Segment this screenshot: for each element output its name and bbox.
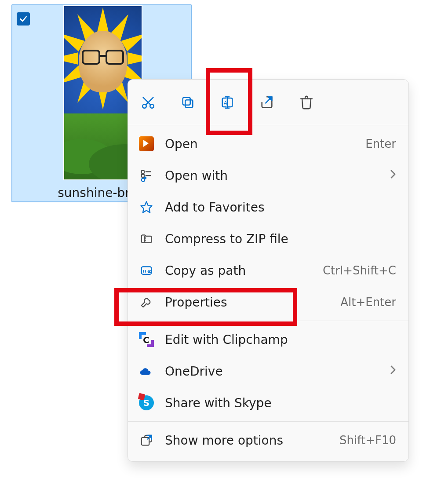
cut-icon[interactable] [138, 93, 158, 112]
menu-item-label: OneDrive [165, 364, 386, 379]
menu-item-label: Open with [165, 168, 386, 183]
menu-item-accelerator: Ctrl+Shift+C [323, 264, 396, 277]
menu-separator [128, 421, 408, 422]
context-menu: A Open Enter [128, 79, 409, 462]
menu-item-label: Add to Favorites [165, 200, 396, 215]
onedrive-app-icon [138, 362, 155, 380]
context-menu-list: Open Enter Open with [128, 125, 408, 459]
svg-marker-17 [141, 202, 152, 213]
wrench-icon [138, 293, 155, 311]
svg-text:A: A [224, 99, 228, 106]
more-options-icon [138, 431, 155, 449]
menu-item-copy-as-path[interactable]: Copy as path Ctrl+Shift+C [128, 255, 408, 286]
menu-item-onedrive[interactable]: OneDrive [128, 355, 408, 387]
menu-item-label: Edit with Clipchamp [165, 332, 396, 347]
menu-item-accelerator: Shift+F10 [339, 434, 396, 447]
media-player-app-icon [138, 135, 155, 153]
context-menu-toolbar: A [128, 80, 408, 125]
menu-item-open-with[interactable]: Open with [128, 160, 408, 191]
menu-item-label: Show more options [165, 433, 339, 448]
menu-separator [128, 321, 408, 321]
menu-item-label: Copy as path [165, 263, 323, 278]
menu-item-share-skype[interactable]: S Share with Skype [128, 387, 408, 419]
menu-item-label: Properties [165, 295, 340, 310]
chevron-right-icon [390, 169, 396, 182]
menu-item-show-more-options[interactable]: Show more options Shift+F10 [128, 424, 408, 456]
menu-item-accelerator: Alt+Enter [340, 296, 396, 309]
menu-item-accelerator: Enter [365, 137, 396, 150]
copy-icon[interactable] [178, 93, 197, 112]
selection-checkmark-icon[interactable] [17, 12, 30, 26]
rename-icon[interactable]: A [218, 93, 237, 112]
menu-item-edit-clipchamp[interactable]: C Edit with Clipchamp [128, 324, 408, 355]
menu-item-open[interactable]: Open Enter [128, 128, 408, 160]
star-icon [138, 198, 155, 216]
menu-item-add-favorites[interactable]: Add to Favorites [128, 191, 408, 223]
menu-item-properties[interactable]: Properties Alt+Enter [128, 286, 408, 318]
delete-icon[interactable] [297, 93, 316, 112]
share-icon[interactable] [257, 93, 277, 112]
svg-rect-4 [185, 100, 193, 107]
svg-rect-11 [142, 171, 144, 173]
chevron-right-icon [390, 365, 396, 377]
open-with-icon [138, 167, 155, 184]
menu-item-label: Share with Skype [165, 396, 396, 410]
svg-rect-12 [142, 175, 144, 177]
copy-path-icon [138, 262, 155, 279]
svg-rect-5 [183, 97, 190, 105]
menu-item-label: Open [165, 137, 365, 151]
skype-app-icon: S [138, 394, 155, 412]
clipchamp-app-icon: C [138, 331, 155, 348]
zip-folder-icon [138, 230, 155, 248]
menu-item-label: Compress to ZIP file [165, 232, 396, 246]
menu-item-compress-zip[interactable]: Compress to ZIP file [128, 223, 408, 255]
